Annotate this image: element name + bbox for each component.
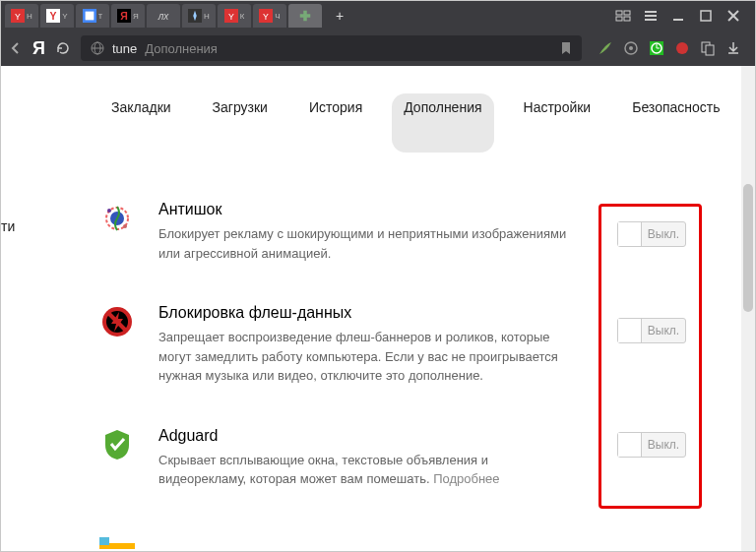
back-button[interactable] xyxy=(9,41,23,55)
adguard-icon xyxy=(99,427,135,462)
toggle-switch[interactable]: Выкл. xyxy=(617,432,686,458)
svg-rect-13 xyxy=(616,11,622,15)
scroll-thumb[interactable] xyxy=(743,184,753,312)
site-icon xyxy=(91,41,104,55)
browser-tab[interactable]: YY xyxy=(40,4,74,28)
extension-icon[interactable] xyxy=(623,40,639,56)
feather-icon[interactable] xyxy=(598,40,613,56)
svg-point-38 xyxy=(107,209,111,213)
browser-tab[interactable]: Т xyxy=(76,4,109,28)
nav-security[interactable]: Безопасность xyxy=(620,93,731,153)
extension-description: Блокирует рекламу с шокирующими и неприя… xyxy=(158,224,568,263)
settings-nav: Закладки Загрузки История Дополнения Нас… xyxy=(1,66,755,165)
yandex-home-button[interactable]: Я xyxy=(32,38,45,59)
nav-settings[interactable]: Настройки xyxy=(512,93,603,153)
svg-text:Y: Y xyxy=(15,12,21,22)
svg-point-33 xyxy=(676,42,688,54)
nav-addons[interactable]: Дополнения xyxy=(392,93,493,153)
reload-button[interactable] xyxy=(55,40,71,56)
window-titlebar: YН YY Т ЯЯ лх Н YК YЧ + xyxy=(1,1,755,31)
new-tab-button[interactable]: + xyxy=(330,6,349,26)
browser-tab[interactable]: YН xyxy=(5,4,38,28)
browser-tab-active[interactable] xyxy=(288,4,322,28)
nav-history[interactable]: История xyxy=(297,93,374,153)
svg-text:Y: Y xyxy=(228,12,234,22)
extension-description: Запрещает воспроизведение флеш-баннеров … xyxy=(158,328,568,386)
svg-rect-15 xyxy=(616,17,622,21)
svg-rect-21 xyxy=(701,11,711,21)
svg-rect-14 xyxy=(624,11,630,15)
address-title: Дополнения xyxy=(145,41,552,56)
close-button[interactable] xyxy=(724,6,743,26)
extension-title: Блокировка флеш-данных xyxy=(158,304,568,322)
downloads-icon[interactable] xyxy=(725,40,741,56)
svg-point-28 xyxy=(629,46,633,50)
extension-row-partial xyxy=(99,537,135,549)
extension-row: Антишок Блокирует рекламу с шокирующими … xyxy=(99,201,657,263)
extension-row: Блокировка флеш-данных Запрещает воспрои… xyxy=(99,304,657,386)
nav-bookmarks[interactable]: Закладки xyxy=(99,93,183,153)
svg-point-39 xyxy=(123,224,127,228)
vertical-scrollbar[interactable] xyxy=(741,66,755,552)
minimize-button[interactable] xyxy=(668,6,688,26)
svg-text:Я: Я xyxy=(120,10,128,22)
extension-description: Скрывает всплывающие окна, текстовые объ… xyxy=(158,451,568,489)
svg-rect-35 xyxy=(706,45,714,55)
toggle-switch[interactable]: Выкл. xyxy=(617,318,686,343)
extension-row: Adguard Скрывает всплывающие окна, текст… xyxy=(99,427,657,489)
extension-icon[interactable] xyxy=(649,40,664,56)
tableau-icon[interactable] xyxy=(613,6,633,26)
svg-text:Y: Y xyxy=(263,12,269,22)
cutoff-text: ти xyxy=(1,218,15,234)
svg-text:Y: Y xyxy=(50,10,57,22)
antishok-icon xyxy=(99,201,135,236)
more-link[interactable]: Подробнее xyxy=(433,471,499,486)
svg-rect-44 xyxy=(99,537,109,545)
browser-tab[interactable]: YЧ xyxy=(253,4,286,28)
svg-rect-16 xyxy=(624,17,630,21)
browser-tab[interactable]: YК xyxy=(218,4,251,28)
copy-icon[interactable] xyxy=(700,40,716,56)
nav-downloads[interactable]: Загрузки xyxy=(201,93,280,153)
address-host: tune xyxy=(112,41,137,56)
bookmark-icon[interactable] xyxy=(560,41,572,55)
browser-tab[interactable]: лх xyxy=(147,4,180,28)
browser-tab[interactable]: Н xyxy=(182,4,216,28)
maximize-button[interactable] xyxy=(696,6,716,26)
toggle-switch[interactable]: Выкл. xyxy=(617,221,686,247)
flashblock-icon xyxy=(99,304,135,339)
svg-rect-5 xyxy=(85,12,94,21)
browser-tab[interactable]: ЯЯ xyxy=(111,4,145,28)
menu-icon[interactable] xyxy=(641,6,661,26)
extension-title: Антишок xyxy=(158,201,568,218)
extension-title: Adguard xyxy=(158,427,568,445)
page-content: ти Закладки Загрузки История Дополнения … xyxy=(1,66,755,552)
address-bar: Я tune Дополнения xyxy=(1,31,755,66)
extension-icon[interactable] xyxy=(674,40,690,56)
address-input[interactable]: tune Дополнения xyxy=(81,35,582,61)
